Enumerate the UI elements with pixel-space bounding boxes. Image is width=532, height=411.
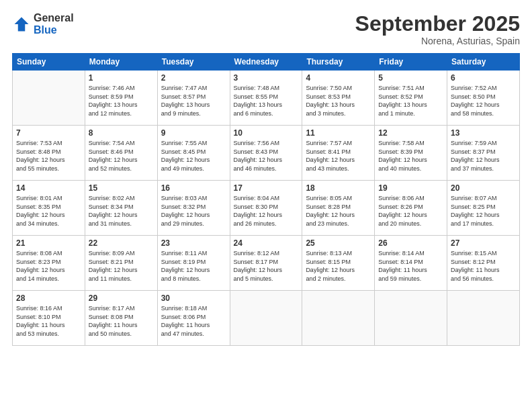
day-number: 25 [306, 238, 371, 248]
calendar-cell: 14Sunrise: 8:01 AM Sunset: 8:35 PM Dayli… [13, 181, 85, 236]
day-info: Sunrise: 8:06 AM Sunset: 8:26 PM Dayligh… [378, 194, 443, 228]
day-info: Sunrise: 8:12 AM Sunset: 8:17 PM Dayligh… [234, 249, 299, 283]
calendar-week-row: 7Sunrise: 7:53 AM Sunset: 8:48 PM Daylig… [13, 126, 520, 181]
day-number: 4 [306, 73, 371, 83]
day-number: 20 [451, 183, 516, 193]
calendar-cell: 19Sunrise: 8:06 AM Sunset: 8:26 PM Dayli… [375, 181, 447, 236]
header: General Blue September 2025 Norena, Astu… [12, 12, 520, 46]
day-info: Sunrise: 8:17 AM Sunset: 8:08 PM Dayligh… [89, 304, 154, 338]
calendar-cell: 13Sunrise: 7:59 AM Sunset: 8:37 PM Dayli… [447, 126, 520, 181]
calendar-cell: 4Sunrise: 7:50 AM Sunset: 8:53 PM Daylig… [302, 71, 375, 126]
logo-text: General Blue [34, 12, 74, 36]
calendar-cell: 12Sunrise: 7:58 AM Sunset: 8:39 PM Dayli… [375, 126, 447, 181]
calendar-cell: 26Sunrise: 8:14 AM Sunset: 8:14 PM Dayli… [375, 236, 447, 291]
day-number: 1 [89, 73, 154, 83]
calendar-header-friday: Friday [375, 54, 447, 71]
logo: General Blue [12, 12, 74, 36]
calendar-cell [302, 291, 375, 346]
calendar-cell: 16Sunrise: 8:03 AM Sunset: 8:32 PM Dayli… [157, 181, 230, 236]
calendar-cell: 21Sunrise: 8:08 AM Sunset: 8:23 PM Dayli… [13, 236, 85, 291]
calendar-cell: 8Sunrise: 7:54 AM Sunset: 8:46 PM Daylig… [85, 126, 157, 181]
calendar-cell: 22Sunrise: 8:09 AM Sunset: 8:21 PM Dayli… [85, 236, 157, 291]
day-info: Sunrise: 8:09 AM Sunset: 8:21 PM Dayligh… [89, 249, 154, 283]
day-info: Sunrise: 8:13 AM Sunset: 8:15 PM Dayligh… [306, 249, 371, 283]
day-info: Sunrise: 8:11 AM Sunset: 8:19 PM Dayligh… [161, 249, 226, 283]
calendar-cell [230, 291, 302, 346]
calendar-cell: 10Sunrise: 7:56 AM Sunset: 8:43 PM Dayli… [230, 126, 302, 181]
calendar-week-row: 28Sunrise: 8:16 AM Sunset: 8:10 PM Dayli… [13, 291, 520, 346]
calendar-header-row: SundayMondayTuesdayWednesdayThursdayFrid… [13, 54, 520, 71]
calendar-header-saturday: Saturday [447, 54, 520, 71]
calendar-cell [447, 291, 520, 346]
day-number: 12 [378, 128, 443, 138]
day-info: Sunrise: 8:08 AM Sunset: 8:23 PM Dayligh… [16, 249, 81, 283]
calendar-header-thursday: Thursday [302, 54, 375, 71]
logo-blue-text: Blue [34, 24, 74, 36]
calendar-cell: 11Sunrise: 7:57 AM Sunset: 8:41 PM Dayli… [302, 126, 375, 181]
day-number: 22 [89, 238, 154, 248]
calendar-cell: 20Sunrise: 8:07 AM Sunset: 8:25 PM Dayli… [447, 181, 520, 236]
location-subtitle: Norena, Asturias, Spain [355, 36, 520, 46]
calendar-cell: 24Sunrise: 8:12 AM Sunset: 8:17 PM Dayli… [230, 236, 302, 291]
calendar-cell: 18Sunrise: 8:05 AM Sunset: 8:28 PM Dayli… [302, 181, 375, 236]
day-info: Sunrise: 7:57 AM Sunset: 8:41 PM Dayligh… [306, 139, 371, 173]
day-info: Sunrise: 8:07 AM Sunset: 8:25 PM Dayligh… [451, 194, 516, 228]
svg-marker-0 [15, 17, 29, 31]
day-info: Sunrise: 7:56 AM Sunset: 8:43 PM Dayligh… [234, 139, 299, 173]
calendar-cell: 7Sunrise: 7:53 AM Sunset: 8:48 PM Daylig… [13, 126, 85, 181]
day-number: 28 [16, 293, 81, 303]
day-info: Sunrise: 7:53 AM Sunset: 8:48 PM Dayligh… [16, 139, 81, 173]
calendar-cell [13, 71, 85, 126]
day-info: Sunrise: 7:52 AM Sunset: 8:50 PM Dayligh… [451, 84, 516, 118]
day-info: Sunrise: 7:58 AM Sunset: 8:39 PM Dayligh… [378, 139, 443, 173]
day-number: 15 [89, 183, 154, 193]
day-info: Sunrise: 8:01 AM Sunset: 8:35 PM Dayligh… [16, 194, 81, 228]
calendar-cell [375, 291, 447, 346]
day-info: Sunrise: 7:50 AM Sunset: 8:53 PM Dayligh… [306, 84, 371, 118]
day-number: 11 [306, 128, 371, 138]
day-number: 23 [161, 238, 226, 248]
day-info: Sunrise: 7:48 AM Sunset: 8:55 PM Dayligh… [234, 84, 299, 118]
day-info: Sunrise: 7:54 AM Sunset: 8:46 PM Dayligh… [89, 139, 154, 173]
day-number: 24 [234, 238, 299, 248]
calendar-cell: 15Sunrise: 8:02 AM Sunset: 8:34 PM Dayli… [85, 181, 157, 236]
calendar-cell: 17Sunrise: 8:04 AM Sunset: 8:30 PM Dayli… [230, 181, 302, 236]
day-info: Sunrise: 7:59 AM Sunset: 8:37 PM Dayligh… [451, 139, 516, 173]
calendar-table: SundayMondayTuesdayWednesdayThursdayFrid… [12, 53, 520, 346]
day-info: Sunrise: 8:02 AM Sunset: 8:34 PM Dayligh… [89, 194, 154, 228]
day-number: 9 [161, 128, 226, 138]
calendar-cell: 1Sunrise: 7:46 AM Sunset: 8:59 PM Daylig… [85, 71, 157, 126]
day-number: 30 [161, 293, 226, 303]
day-number: 27 [451, 238, 516, 248]
calendar-cell: 5Sunrise: 7:51 AM Sunset: 8:52 PM Daylig… [375, 71, 447, 126]
calendar-cell: 27Sunrise: 8:15 AM Sunset: 8:12 PM Dayli… [447, 236, 520, 291]
day-number: 26 [378, 238, 443, 248]
logo-general-text: General [34, 12, 74, 24]
month-title: September 2025 [355, 12, 520, 36]
calendar-cell: 3Sunrise: 7:48 AM Sunset: 8:55 PM Daylig… [230, 71, 302, 126]
day-number: 13 [451, 128, 516, 138]
calendar-cell: 23Sunrise: 8:11 AM Sunset: 8:19 PM Dayli… [157, 236, 230, 291]
day-number: 29 [89, 293, 154, 303]
calendar-cell: 28Sunrise: 8:16 AM Sunset: 8:10 PM Dayli… [13, 291, 85, 346]
day-number: 7 [16, 128, 81, 138]
calendar-cell: 9Sunrise: 7:55 AM Sunset: 8:45 PM Daylig… [157, 126, 230, 181]
calendar-header-monday: Monday [85, 54, 157, 71]
day-number: 19 [378, 183, 443, 193]
day-number: 21 [16, 238, 81, 248]
calendar-header-sunday: Sunday [13, 54, 85, 71]
calendar-week-row: 14Sunrise: 8:01 AM Sunset: 8:35 PM Dayli… [13, 181, 520, 236]
day-info: Sunrise: 8:18 AM Sunset: 8:06 PM Dayligh… [161, 304, 226, 338]
logo-icon [12, 15, 31, 34]
day-number: 3 [234, 73, 299, 83]
day-number: 10 [234, 128, 299, 138]
day-info: Sunrise: 7:51 AM Sunset: 8:52 PM Dayligh… [378, 84, 443, 118]
day-info: Sunrise: 8:16 AM Sunset: 8:10 PM Dayligh… [16, 304, 81, 338]
calendar-header-tuesday: Tuesday [157, 54, 230, 71]
day-info: Sunrise: 8:14 AM Sunset: 8:14 PM Dayligh… [378, 249, 443, 283]
day-number: 5 [378, 73, 443, 83]
calendar-week-row: 1Sunrise: 7:46 AM Sunset: 8:59 PM Daylig… [13, 71, 520, 126]
day-info: Sunrise: 8:05 AM Sunset: 8:28 PM Dayligh… [306, 194, 371, 228]
day-info: Sunrise: 8:04 AM Sunset: 8:30 PM Dayligh… [234, 194, 299, 228]
day-number: 6 [451, 73, 516, 83]
